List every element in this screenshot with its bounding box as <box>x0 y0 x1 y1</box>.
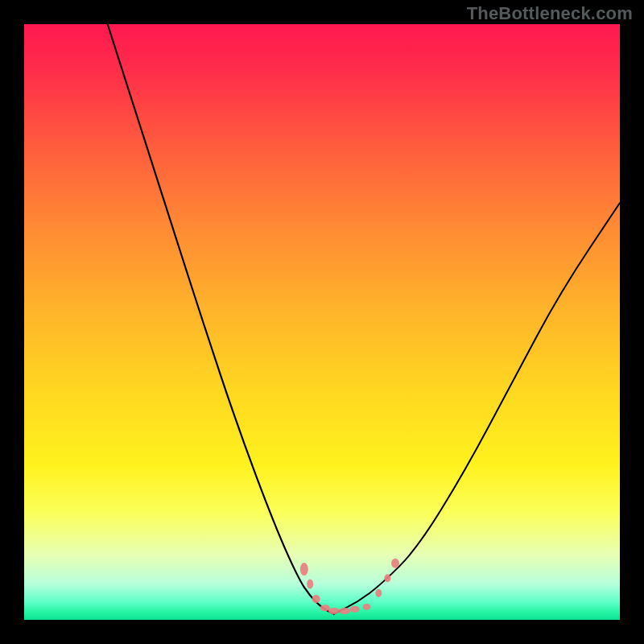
data-marker <box>328 608 340 614</box>
data-marker <box>350 606 360 613</box>
watermark-text: TheBottleneck.com <box>467 3 633 24</box>
data-marker <box>312 595 320 603</box>
data-marker <box>300 563 308 576</box>
data-marker <box>307 580 313 589</box>
curve-left <box>108 24 334 614</box>
chart-container: TheBottleneck.com <box>0 0 644 644</box>
data-marker <box>375 589 382 597</box>
curves-layer <box>24 24 620 620</box>
data-marker <box>339 608 350 614</box>
plot-area <box>24 24 620 620</box>
data-marker <box>363 604 371 610</box>
data-marker <box>320 605 330 611</box>
data-marker <box>391 559 399 568</box>
data-marker <box>384 574 390 582</box>
curve-right <box>334 203 620 614</box>
